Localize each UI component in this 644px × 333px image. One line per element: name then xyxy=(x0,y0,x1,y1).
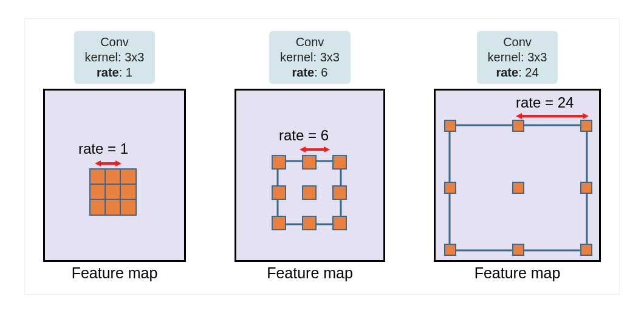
svg-rect-30 xyxy=(445,120,456,131)
svg-rect-11 xyxy=(105,199,120,215)
svg-marker-15 xyxy=(324,146,330,153)
svg-rect-31 xyxy=(513,120,524,131)
conv-title: Conv xyxy=(488,35,547,50)
feature-map-1: rate = 1 xyxy=(43,89,186,262)
conv-title: Conv xyxy=(280,35,340,50)
svg-rect-9 xyxy=(120,184,136,199)
svg-rect-33 xyxy=(445,182,456,193)
svg-marker-27 xyxy=(516,113,522,119)
kernel-grid-rate6 xyxy=(272,155,347,230)
arrow-icon xyxy=(95,159,122,168)
svg-rect-34 xyxy=(513,182,524,193)
kernel-grid-rate24 xyxy=(444,120,592,256)
svg-rect-37 xyxy=(513,244,524,255)
kernel-line: kernel: 3x3 xyxy=(488,50,547,65)
rate-line: rate: 1 xyxy=(85,65,145,80)
feature-map-3: rate = 24 xyxy=(434,89,601,262)
svg-rect-12 xyxy=(120,199,136,215)
svg-rect-17 xyxy=(272,156,286,169)
svg-rect-19 xyxy=(333,156,346,169)
svg-rect-7 xyxy=(90,184,105,199)
svg-rect-20 xyxy=(272,186,286,199)
svg-rect-6 xyxy=(120,169,136,184)
rate-eq-label: rate = 24 xyxy=(516,94,574,111)
svg-marker-2 xyxy=(115,160,122,166)
conv-box-2: Conv kernel: 3x3 rate: 6 xyxy=(269,31,351,84)
conv-box-1: Conv kernel: 3x3 rate: 1 xyxy=(74,31,156,84)
fmap-caption: Feature map xyxy=(72,264,158,282)
svg-rect-4 xyxy=(90,169,105,184)
panel-rate-24: Conv kernel: 3x3 rate: 24 rate = 24 Feat… xyxy=(434,31,601,282)
svg-rect-8 xyxy=(105,184,120,199)
fmap-caption: Feature map xyxy=(267,264,353,282)
kernel-grid-rate1 xyxy=(89,168,137,216)
svg-rect-22 xyxy=(333,186,346,199)
svg-rect-5 xyxy=(105,169,120,184)
svg-rect-18 xyxy=(303,156,316,169)
arrow-icon xyxy=(300,145,330,154)
svg-rect-23 xyxy=(272,216,286,230)
kernel-line: kernel: 3x3 xyxy=(85,50,145,65)
svg-rect-24 xyxy=(303,216,316,230)
rate-eq-label: rate = 1 xyxy=(78,140,128,157)
svg-rect-38 xyxy=(581,244,592,255)
conv-box-3: Conv kernel: 3x3 rate: 24 xyxy=(477,31,558,84)
svg-rect-36 xyxy=(445,244,456,255)
fmap-caption: Feature map xyxy=(474,264,561,282)
svg-marker-28 xyxy=(583,113,589,119)
svg-rect-32 xyxy=(581,120,592,131)
svg-rect-35 xyxy=(581,182,592,193)
conv-title: Conv xyxy=(85,35,145,50)
panel-rate-1: Conv kernel: 3x3 rate: 1 rate = 1 xyxy=(43,31,186,282)
kernel-line: kernel: 3x3 xyxy=(280,50,340,65)
panel-rate-6: Conv kernel: 3x3 rate: 6 rate = 6 Featur… xyxy=(235,31,385,282)
rate-line: rate: 6 xyxy=(280,65,340,80)
svg-rect-25 xyxy=(333,216,346,230)
diagram-container: Conv kernel: 3x3 rate: 1 rate = 1 xyxy=(24,18,620,295)
svg-marker-1 xyxy=(95,160,101,166)
svg-marker-14 xyxy=(300,146,306,153)
rate-line: rate: 24 xyxy=(488,65,547,80)
svg-rect-10 xyxy=(90,199,105,215)
rate-eq-label: rate = 6 xyxy=(279,127,329,144)
feature-map-2: rate = 6 xyxy=(235,89,385,262)
svg-rect-21 xyxy=(303,186,316,199)
